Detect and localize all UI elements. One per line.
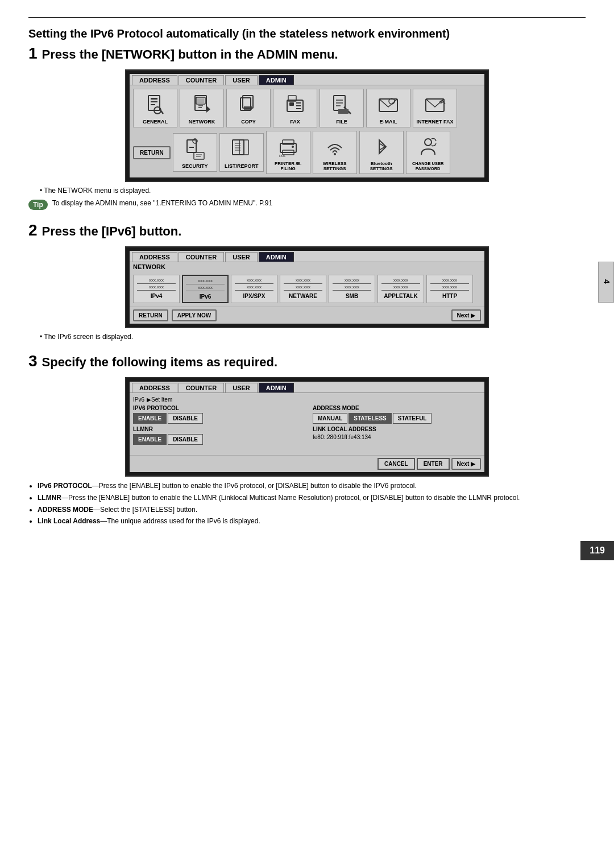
svg-rect-16 <box>296 102 301 104</box>
svg-rect-34 <box>233 140 244 155</box>
tip-badge: Tip <box>28 200 48 210</box>
ipv6-enable-btn[interactable]: ENABLE <box>133 413 167 424</box>
bullet-address-mode: ADDRESS MODE—Select the [STATELESS] butt… <box>38 505 586 515</box>
netware-addr2: xxx.xxx <box>284 284 322 291</box>
stateless-btn[interactable]: STATELESS <box>349 413 391 424</box>
smb-addr: xxx.xxx xxx.xxx <box>333 278 371 291</box>
tab-admin-3[interactable]: ADMIN <box>259 383 294 392</box>
svg-rect-1 <box>151 98 157 100</box>
apply-now-btn[interactable]: APPLY NOW <box>172 309 217 321</box>
ipv4-addr: xxx.xxx xxx.xxx <box>137 278 176 291</box>
ipv6-protocol-label: IPv6 PROTOCOL <box>133 405 301 411</box>
step2-section-label: NETWORK <box>130 262 484 271</box>
return-btn-2[interactable]: RETURN <box>133 309 168 321</box>
next-btn-3[interactable]: Next ▶ <box>451 458 481 470</box>
http-addr: xxx.xxx xxx.xxx <box>430 278 469 291</box>
step3-screen: ADDRESS COUNTER USER ADMIN IPv6 ▶Set Ite… <box>125 377 489 477</box>
icon-security[interactable]: SECURITY <box>173 133 217 172</box>
icon-general[interactable]: GENERAL <box>133 89 177 127</box>
stateful-btn[interactable]: STATEFUL <box>393 413 432 424</box>
llmnr-enable-btn[interactable]: ENABLE <box>133 434 167 445</box>
step1-heading: 1 Press the [NETWORK] button in the ADMI… <box>28 44 586 63</box>
appletalk-addr1: xxx.xxx <box>381 278 420 284</box>
tab-user-3[interactable]: USER <box>225 383 258 392</box>
icon-wireless[interactable]: WIRELESS SETTINGS <box>313 131 357 174</box>
protocol-appletalk[interactable]: xxx.xxx xxx.xxx APPLETALK <box>377 275 424 303</box>
icon-email-label: E-MAIL <box>380 119 397 125</box>
protocol-netware[interactable]: xxx.xxx xxx.xxx NETWARE <box>280 275 326 303</box>
bullet-link-local: Link Local Address—The unique address us… <box>38 516 586 526</box>
bluetooth-icon <box>368 134 395 160</box>
icon-fax[interactable]: FAX <box>273 89 317 127</box>
svg-rect-31 <box>194 152 204 159</box>
smb-addr1: xxx.xxx <box>333 278 371 284</box>
svg-rect-28 <box>187 140 196 152</box>
step2-bottom-bar: RETURN APPLY NOW Next ▶ <box>130 307 484 324</box>
icon-copy[interactable]: COPY <box>226 89 271 127</box>
step3-number: 3 <box>28 352 38 370</box>
tab-address-1[interactable]: ADDRESS <box>132 75 177 85</box>
tab-user-1[interactable]: USER <box>225 75 258 85</box>
cancel-btn[interactable]: CANCEL <box>377 458 415 470</box>
printer-icon: PDF <box>275 134 301 160</box>
bullet-ipv6-protocol: IPv6 PROTOCOL—Press the [ENABLE] button … <box>38 481 586 491</box>
tab-admin-1[interactable]: ADMIN <box>259 75 294 85</box>
bullet-llmnr: LLMNR—Press the [ENABLE] button to enabl… <box>38 493 586 503</box>
return-btn-1[interactable]: RETURN <box>133 146 171 159</box>
svg-rect-24 <box>338 109 349 114</box>
protocol-ipv6[interactable]: xxx.xxx xxx.xxx IPv6 <box>182 275 229 303</box>
ipv4-name: IPv4 <box>151 293 163 299</box>
svg-point-46 <box>425 139 432 146</box>
general-icon <box>142 92 168 118</box>
step1-icon-row2: RETURN S <box>130 131 484 177</box>
step2-tab-bar: ADDRESS COUNTER USER ADMIN <box>130 251 484 262</box>
llmnr-label: LLMNR <box>133 426 301 432</box>
manual-btn[interactable]: MANUAL <box>313 413 347 424</box>
step1-note: • The NETWORK menu is displayed. <box>40 187 586 195</box>
step3-text: Specify the following items as required. <box>42 355 277 370</box>
tab-counter-2[interactable]: COUNTER <box>179 252 224 262</box>
enter-btn[interactable]: ENTER <box>417 458 450 470</box>
settings-main-row: IPv6 PROTOCOL ENABLE DISABLE LLMNR ENABL… <box>133 405 481 447</box>
address-mode-toggles: MANUAL STATELESS STATEFUL <box>313 413 481 424</box>
ipv4-addr1: xxx.xxx <box>137 278 176 284</box>
tab-address-2[interactable]: ADDRESS <box>132 252 177 262</box>
ipv6-disable-btn[interactable]: DISABLE <box>168 413 203 424</box>
icon-printer[interactable]: PDF PRINTER /E-FILING <box>266 131 310 174</box>
tab-counter-3[interactable]: COUNTER <box>179 383 224 392</box>
email-icon <box>375 92 401 118</box>
protocol-grid: xxx.xxx xxx.xxx IPv4 xxx.xxx xxx.xxx IPv… <box>130 271 484 307</box>
icon-email[interactable]: E-MAIL <box>366 89 410 127</box>
tab-counter-1[interactable]: COUNTER <box>179 75 224 85</box>
ipxspx-addr: xxx.xxx xxx.xxx <box>235 278 273 291</box>
icon-file[interactable]: FILE <box>320 89 364 127</box>
llmnr-disable-btn[interactable]: DISABLE <box>168 434 203 445</box>
protocol-smb[interactable]: xxx.xxx xxx.xxx SMB <box>329 275 375 303</box>
svg-rect-0 <box>148 96 160 110</box>
icon-change-user[interactable]: CHANGE USER PASSWORD <box>406 131 450 174</box>
icon-list-report[interactable]: LIST/REPORT <box>219 133 264 172</box>
next-btn-2[interactable]: Next ▶ <box>451 309 481 321</box>
icon-bluetooth-label: Bluetooth SETTINGS <box>361 161 402 171</box>
step1-number: 1 <box>28 44 38 63</box>
tab-admin-2[interactable]: ADMIN <box>259 252 294 262</box>
icon-change-user-label: CHANGE USER PASSWORD <box>408 161 449 171</box>
svg-rect-3 <box>151 104 155 105</box>
http-addr1: xxx.xxx <box>430 278 469 284</box>
icon-internet-fax[interactable]: INTERNET FAX <box>413 89 457 127</box>
security-icon <box>182 136 208 162</box>
svg-text:PDF: PDF <box>279 154 286 158</box>
tab-user-2[interactable]: USER <box>225 252 258 262</box>
protocol-ipv4[interactable]: xxx.xxx xxx.xxx IPv4 <box>133 275 180 303</box>
step3-container: 3 Specify the following items as require… <box>28 352 586 526</box>
icon-bluetooth[interactable]: Bluetooth SETTINGS <box>359 131 404 174</box>
step1-text: Press the [NETWORK] button in the ADMIN … <box>42 47 338 62</box>
http-name: HTTP <box>442 293 457 299</box>
copy-icon <box>235 92 262 118</box>
protocol-http[interactable]: xxx.xxx xxx.xxx HTTP <box>426 275 473 303</box>
tab-address-3[interactable]: ADDRESS <box>132 383 177 392</box>
step3-breadcrumb: IPv6 ▶Set Item <box>133 396 481 403</box>
protocol-ipxspx[interactable]: xxx.xxx xxx.xxx IPX/SPX <box>231 275 277 303</box>
icon-network[interactable]: NETWORK <box>180 89 224 127</box>
change-user-icon <box>415 134 441 160</box>
